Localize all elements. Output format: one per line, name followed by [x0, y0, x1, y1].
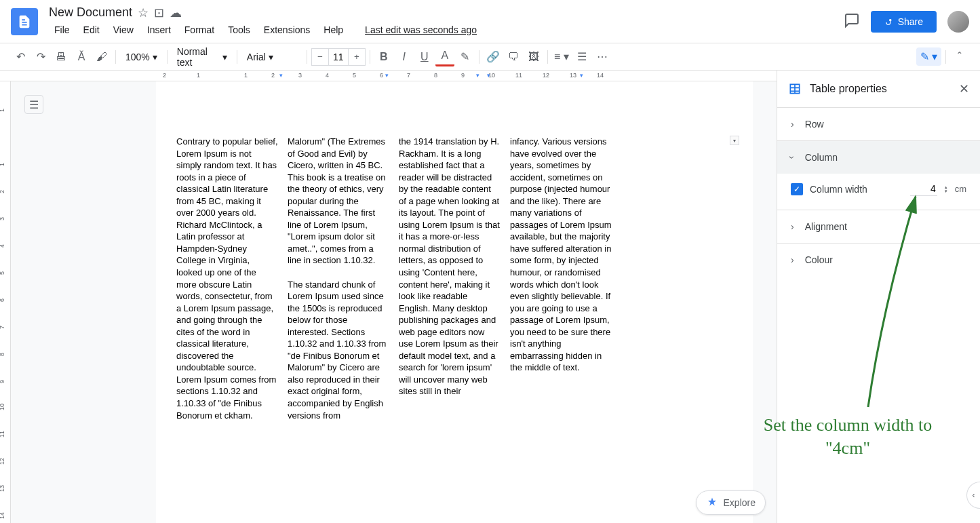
explore-button[interactable]: Explore — [696, 490, 766, 515]
chevron-right-icon: › — [791, 221, 794, 232]
style-select[interactable]: Normal text ▾ — [172, 43, 233, 71]
menu-format[interactable]: Format — [179, 22, 220, 38]
sidebar-title: Table properties — [810, 83, 951, 95]
bold-icon[interactable]: B — [374, 47, 393, 66]
comments-icon[interactable] — [844, 12, 860, 31]
menu-file[interactable]: File — [49, 22, 75, 38]
highlight-icon[interactable]: ✎ — [456, 47, 475, 66]
menu-tools[interactable]: Tools — [222, 22, 256, 38]
redo-icon[interactable]: ↷ — [31, 47, 50, 66]
table-cell[interactable]: Contrary to popular belief, Lorem Ipsum … — [176, 136, 278, 421]
menu-help[interactable]: Help — [318, 22, 349, 38]
menu-view[interactable]: View — [108, 22, 139, 38]
document-title[interactable]: New Document — [49, 5, 132, 20]
comment-add-icon[interactable]: 🗨 — [504, 47, 523, 66]
column-width-unit: cm — [955, 184, 966, 194]
document-outline-icon[interactable]: ☰ — [24, 95, 43, 114]
table-cell[interactable]: Malorum" (The Extremes of Good and Evil)… — [288, 136, 389, 421]
section-colour[interactable]: › Colour — [777, 244, 980, 276]
align-icon[interactable]: ≡ ▾ — [552, 47, 571, 66]
table-cell[interactable]: infancy. Various versions have evolved o… — [510, 136, 612, 421]
line-spacing-icon[interactable]: ☰ — [572, 47, 591, 66]
font-select[interactable]: Arial ▾ — [241, 49, 302, 65]
menu-edit[interactable]: Edit — [78, 22, 105, 38]
editing-mode-button[interactable]: ✎ ▾ — [916, 47, 941, 66]
chevron-down-icon: › — [787, 156, 798, 159]
paint-format-icon[interactable]: 🖌 — [92, 47, 111, 66]
section-row[interactable]: › Row — [777, 108, 980, 140]
column-width-stepper[interactable]: ▲▼ — [944, 185, 948, 193]
table-cell[interactable]: the 1914 translation by H. Rackham. It i… — [399, 136, 501, 421]
more-icon[interactable]: ⋯ — [593, 47, 612, 66]
text-color-icon[interactable]: A — [435, 47, 454, 66]
move-icon[interactable]: ⊡ — [154, 5, 164, 20]
last-edit-link[interactable]: Last edit was seconds ago — [359, 22, 482, 38]
collapse-icon[interactable]: ˆ — [950, 47, 969, 66]
font-size-decrease[interactable]: − — [312, 49, 328, 65]
spellcheck-icon[interactable]: Ă — [72, 47, 91, 66]
italic-icon[interactable]: I — [395, 47, 414, 66]
vertical-ruler[interactable]: 1 1 2 3 4 5 6 7 8 9 10 11 12 13 14 — [0, 81, 11, 523]
column-width-checkbox[interactable]: ✓ — [791, 183, 803, 195]
zoom-select[interactable]: 100% ▾ — [120, 49, 163, 65]
document-page: ▾ Contrary to popular belief, Lorem Ipsu… — [156, 81, 753, 523]
user-avatar[interactable] — [947, 11, 969, 33]
star-icon[interactable]: ☆ — [138, 5, 149, 20]
share-button[interactable]: Share — [871, 11, 937, 33]
close-icon[interactable]: ✕ — [959, 81, 969, 96]
font-size-increase[interactable]: + — [349, 49, 365, 65]
toolbar: ↶ ↷ 🖶 Ă 🖌 100% ▾ Normal text ▾ Arial ▾ −… — [0, 43, 980, 71]
chevron-right-icon: › — [791, 254, 794, 265]
menu-extensions[interactable]: Extensions — [258, 22, 315, 38]
docs-logo[interactable] — [11, 8, 38, 35]
link-icon[interactable]: 🔗 — [484, 47, 503, 66]
print-icon[interactable]: 🖶 — [52, 47, 71, 66]
undo-icon[interactable]: ↶ — [11, 47, 30, 66]
image-icon[interactable]: 🖼 — [524, 47, 543, 66]
menu-insert[interactable]: Insert — [142, 22, 176, 38]
table-properties-panel: Table properties ✕ › Row › Column ✓ Colu… — [777, 71, 980, 523]
column-width-input[interactable] — [910, 182, 937, 196]
table-options-dropdown[interactable]: ▾ — [730, 136, 739, 145]
underline-icon[interactable]: U — [415, 47, 434, 66]
font-size-input[interactable] — [328, 49, 349, 65]
horizontal-ruler[interactable]: 2 1 1 2 3 4 5 6 7 8 9 10 11 12 13 14 ▾ ▾… — [0, 71, 777, 81]
column-width-label: Column width — [810, 184, 903, 195]
menubar: File Edit View Insert Format Tools Exten… — [49, 22, 844, 38]
section-alignment[interactable]: › Alignment — [777, 210, 980, 243]
table-icon — [788, 82, 802, 96]
cloud-icon[interactable]: ☁ — [170, 5, 182, 20]
chevron-right-icon: › — [791, 119, 794, 130]
section-column[interactable]: › Column — [777, 141, 980, 174]
